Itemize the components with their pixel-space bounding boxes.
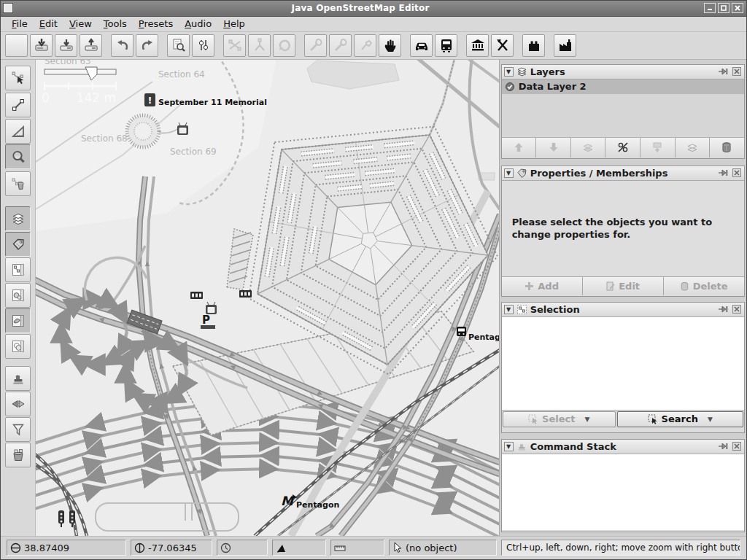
restaurant-preset-button[interactable] xyxy=(491,34,514,57)
zoom-to-data-button[interactable] xyxy=(167,34,190,57)
car-preset-button[interactable] xyxy=(410,34,433,57)
layer-merge-down-button[interactable] xyxy=(640,138,676,158)
undo-button[interactable] xyxy=(111,34,133,57)
tag-icon xyxy=(516,168,527,179)
clock-icon xyxy=(220,542,231,553)
layer-up-button[interactable] xyxy=(502,138,537,158)
command-stack-panel-title: Command Stack xyxy=(530,441,716,452)
close-button[interactable] xyxy=(732,3,743,13)
titlebar: Java OpenStreetMap Editor xyxy=(1,1,746,17)
museum-preset-button[interactable] xyxy=(466,34,489,57)
save-button[interactable] xyxy=(30,34,53,57)
selection-dialog-button[interactable] xyxy=(5,257,31,282)
time-field xyxy=(217,540,268,556)
close-panel-icon[interactable] xyxy=(732,168,742,178)
castle-preset-button[interactable] xyxy=(522,34,545,57)
close-panel-icon[interactable] xyxy=(732,305,742,314)
select-button[interactable]: Select▼ xyxy=(503,411,616,427)
collapse-icon[interactable]: ▼ xyxy=(504,305,514,314)
factory-preset-button[interactable] xyxy=(554,34,576,57)
bus-preset-button[interactable] xyxy=(435,34,457,57)
conflicts-dialog-button[interactable] xyxy=(5,392,31,416)
active-layer-icon xyxy=(505,82,515,92)
sticky-pin-icon[interactable] xyxy=(719,67,729,77)
collapse-icon[interactable]: ▼ xyxy=(504,67,514,77)
angle-icon xyxy=(276,542,287,553)
upload-button[interactable] xyxy=(80,34,102,57)
add-button[interactable]: Add xyxy=(502,277,583,295)
layer-row[interactable]: Data Layer 2 xyxy=(502,79,744,94)
combine-way-button[interactable] xyxy=(248,34,271,57)
layers-toolbar xyxy=(502,138,744,158)
measure-tool-button[interactable] xyxy=(5,119,31,144)
pan-hand-button[interactable] xyxy=(379,34,401,57)
search-cursor-icon xyxy=(648,414,658,424)
open-button[interactable] xyxy=(5,34,28,57)
download-button[interactable] xyxy=(55,34,77,57)
zoom-tool-button[interactable] xyxy=(5,144,31,169)
close-panel-icon[interactable] xyxy=(732,442,742,451)
layer-visibility-button[interactable] xyxy=(605,138,640,158)
layer-merge-button[interactable] xyxy=(571,138,606,158)
map-paint-dialog-button[interactable] xyxy=(5,308,31,333)
selection-panel-title: Selection xyxy=(530,304,716,315)
maximize-button[interactable] xyxy=(718,3,729,13)
delete-button[interactable]: Delete xyxy=(664,277,744,295)
command-stack-icon xyxy=(516,441,527,452)
delete-tool-button[interactable] xyxy=(5,171,31,196)
changeset-dialog-button[interactable] xyxy=(5,443,31,467)
command-stack-list[interactable] xyxy=(502,454,744,530)
selection-list[interactable] xyxy=(502,317,744,411)
menu-presets[interactable]: Presets xyxy=(133,17,178,31)
map-canvas[interactable]: 0 142 m Section 63 Section 64 Section 68… xyxy=(36,60,499,536)
properties-placeholder: Please select the objects you want to ch… xyxy=(502,181,744,276)
menu-tools[interactable]: Tools xyxy=(98,17,132,31)
collapse-icon[interactable]: ▼ xyxy=(504,442,514,451)
split-way-button[interactable] xyxy=(223,34,246,57)
filter-dialog-button[interactable] xyxy=(5,417,31,442)
layer-down-button[interactable] xyxy=(536,138,571,158)
edit-button[interactable]: Edit xyxy=(583,277,664,295)
minimize-button[interactable] xyxy=(704,3,716,13)
layers-list[interactable]: Data Layer 2 xyxy=(502,79,744,138)
pentagon-metro-label: Pentagon xyxy=(296,500,339,510)
josm-window: Java OpenStreetMap Editor File Edit View… xyxy=(0,0,747,560)
menu-edit[interactable]: Edit xyxy=(34,17,63,31)
selection-panel: ▼ Selection Select▼ Search▼ xyxy=(501,302,745,433)
tool-b-button[interactable] xyxy=(329,34,352,57)
draw-node-tool-button[interactable] xyxy=(5,93,31,117)
section-63-label: Section 63 xyxy=(44,60,91,66)
preferences-button[interactable] xyxy=(192,34,214,57)
command-stack-dialog-button[interactable] xyxy=(5,366,31,391)
select-tool-button[interactable] xyxy=(5,66,31,90)
tool-a-button[interactable] xyxy=(304,34,327,57)
properties-panel: ▼ Properties / Memberships Please select… xyxy=(501,166,745,297)
styles-dialog-button[interactable] xyxy=(5,334,31,359)
collapse-icon[interactable]: ▼ xyxy=(504,168,514,178)
menu-file[interactable]: File xyxy=(7,17,33,31)
layer-delete-button[interactable] xyxy=(710,138,744,158)
sticky-pin-icon[interactable] xyxy=(719,305,729,314)
bus-stop-icon xyxy=(190,292,203,299)
redo-button[interactable] xyxy=(136,34,158,57)
menu-view[interactable]: View xyxy=(64,17,97,31)
layers-icon xyxy=(516,66,527,77)
pentagon-bus-icon xyxy=(457,327,466,336)
update-data-button[interactable] xyxy=(273,34,295,57)
command-stack-panel: ▼ Command Stack xyxy=(501,439,745,532)
menu-help[interactable]: Help xyxy=(218,17,250,31)
search-button[interactable]: Search▼ xyxy=(617,411,743,427)
layers-panel: ▼ Layers Data Layer 2 xyxy=(501,64,745,159)
layers-dialog-button[interactable] xyxy=(5,206,31,231)
sticky-pin-icon[interactable] xyxy=(719,442,729,451)
tool-c-button[interactable] xyxy=(354,34,376,57)
properties-dialog-button[interactable] xyxy=(5,232,31,257)
layer-duplicate-button[interactable] xyxy=(676,138,711,158)
relations-dialog-button[interactable] xyxy=(5,283,31,308)
close-panel-icon[interactable] xyxy=(732,67,742,77)
section-68-label: Section 68 xyxy=(81,133,128,144)
scale-max-label: 142 m xyxy=(76,90,115,105)
pointer-cursor-icon xyxy=(392,542,403,553)
menu-audio[interactable]: Audio xyxy=(179,17,217,31)
sticky-pin-icon[interactable] xyxy=(719,168,729,178)
